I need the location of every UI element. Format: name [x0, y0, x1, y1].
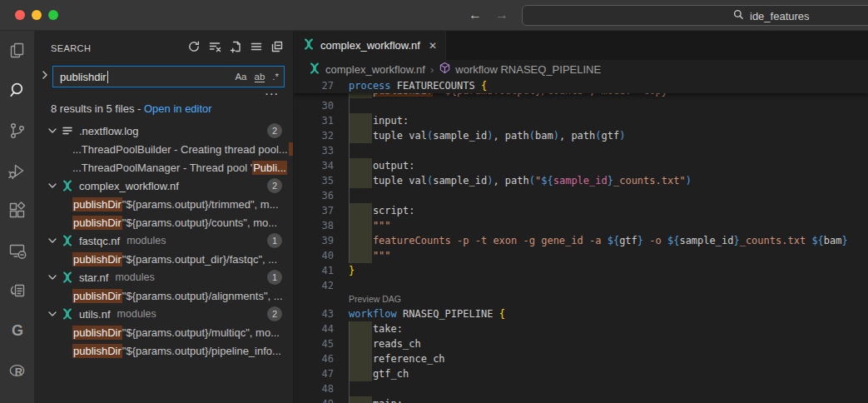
result-match-row[interactable]: publishDir "${params.output}/alignments"…: [34, 286, 293, 305]
file-path: modules: [117, 308, 156, 320]
result-match-row[interactable]: publishDir "${params.output_dir}/fastqc"…: [34, 250, 293, 268]
open-in-editor-link[interactable]: Open in editor: [144, 102, 212, 115]
collapse-all-button[interactable]: [270, 41, 285, 56]
activity-item-run-debug[interactable]: [0, 151, 34, 191]
zoom-window-button[interactable]: [48, 10, 58, 20]
command-center-query: ide_features: [750, 10, 810, 22]
clear-search-results-button[interactable]: [207, 41, 222, 56]
source-control-icon: [7, 121, 27, 141]
code-line[interactable]: 31 input:: [294, 113, 868, 128]
chevron-down-icon[interactable]: [46, 124, 61, 137]
result-match-row[interactable]: ...ThreadPoolBuilder - Creating thread p…: [34, 140, 293, 158]
code-line[interactable]: 42: [294, 278, 868, 293]
code-line[interactable]: 27process FEATURECOUNTS {: [294, 78, 868, 93]
code-line[interactable]: 37 script:: [294, 203, 868, 218]
activity-item-remote-explorer[interactable]: [0, 231, 34, 271]
code-editor[interactable]: 27process FEATURECOUNTS { publishDir "${…: [294, 78, 868, 403]
chevron-down-icon[interactable]: [46, 179, 61, 192]
activity-item-task-explorer[interactable]: [0, 271, 34, 311]
refresh-button[interactable]: [186, 41, 201, 56]
code-line[interactable]: 44 take:: [294, 321, 868, 336]
tab-label: complex_workflow.nf: [320, 39, 420, 52]
match-text-after: "${params.output}/counts", mo...: [122, 216, 277, 229]
breadcrumb-symbol[interactable]: workflow RNASEQ_PIPELINE: [439, 62, 601, 77]
code-line[interactable]: 47 gtf_ch: [294, 366, 868, 381]
match-highlight: publishDir: [72, 289, 122, 303]
tab-bar: complex_workflow.nf ✕: [294, 31, 868, 60]
search-input[interactable]: publishdir Aa ab .*: [52, 66, 285, 87]
activity-item-search[interactable]: [0, 71, 34, 111]
command-center-search[interactable]: ide_features: [522, 5, 868, 26]
svg-text:R: R: [14, 366, 22, 378]
activity-item-cloud[interactable]: [0, 391, 34, 403]
toggle-replace-button[interactable]: [39, 68, 51, 85]
line-number: 39: [294, 233, 334, 248]
result-match-row[interactable]: publishDir "${params.output}/pipeline_in…: [34, 341, 293, 360]
result-file-row[interactable]: utils.nfmodules2: [34, 305, 293, 323]
chevron-down-icon[interactable]: [46, 271, 61, 284]
toggle-search-details-button[interactable]: ···: [34, 87, 293, 101]
code-line[interactable]: 30: [294, 98, 868, 113]
chevron-down-icon[interactable]: [46, 307, 61, 321]
line-number: 30: [294, 98, 334, 113]
result-file-row[interactable]: .nextflow.log2: [34, 122, 293, 140]
clear-results-icon: [208, 40, 221, 57]
whole-word-button[interactable]: ab: [255, 72, 265, 82]
code-line[interactable]: 38 """: [294, 218, 868, 233]
use-regex-button[interactable]: .*: [272, 72, 279, 82]
result-file-row[interactable]: fastqc.nfmodules1: [34, 231, 293, 250]
codelens-preview-dag[interactable]: Preview DAG: [349, 291, 401, 306]
navigate-forward-button[interactable]: →: [495, 7, 508, 22]
result-match-row[interactable]: publishDir "${params.output}/trimmed", m…: [34, 195, 293, 213]
code-line[interactable]: 46 reference_ch: [294, 351, 868, 366]
activity-item-explorer[interactable]: [0, 31, 34, 71]
match-text-after: "${params.output}/multiqc", mo...: [122, 326, 280, 339]
code-line[interactable]: 32 tuple val(sample_id), path(bam), path…: [294, 128, 868, 143]
open-new-search-editor-button[interactable]: [228, 41, 243, 56]
breadcrumb-separator: ›: [430, 63, 434, 76]
code-line[interactable]: 48: [294, 381, 868, 396]
result-match-row[interactable]: publishDir "${params.output}/multiqc", m…: [34, 323, 293, 341]
sticky-scroll-line[interactable]: 27process FEATURECOUNTS {: [294, 78, 868, 93]
code-line[interactable]: 34 output:: [294, 158, 868, 173]
code-line[interactable]: 33: [294, 143, 868, 158]
vscode-window: ← → ide_features GR SEARCH publishd: [0, 0, 868, 403]
match-count-badge: 1: [267, 270, 282, 285]
activity-item-source-control[interactable]: [0, 111, 34, 151]
match-text-after: "${params.output_dir}/fastqc", ...: [122, 253, 277, 266]
activity-item-extensions[interactable]: [0, 191, 34, 231]
match-highlight: Publi...: [252, 161, 287, 175]
remote-icon: [7, 241, 27, 261]
activity-item-r-tools[interactable]: R: [0, 351, 34, 391]
code-line[interactable]: 36: [294, 188, 868, 203]
code-line[interactable]: 43workflow RNASEQ_PIPELINE {: [294, 306, 868, 321]
code-line[interactable]: 45 reads_ch: [294, 336, 868, 351]
close-tab-icon[interactable]: ✕: [429, 40, 437, 52]
code-line[interactable]: 41}: [294, 263, 868, 278]
code-line[interactable]: 49 main:: [294, 396, 868, 403]
close-window-button[interactable]: [15, 10, 25, 20]
result-file-row[interactable]: star.nfmodules1: [34, 268, 293, 286]
line-number: 46: [294, 351, 334, 366]
tab-complex-workflow[interactable]: complex_workflow.nf ✕: [294, 31, 446, 60]
chevron-down-icon[interactable]: [46, 234, 61, 247]
breadcrumb-file[interactable]: complex_workflow.nf: [308, 62, 425, 77]
minimize-window-button[interactable]: [32, 10, 42, 20]
result-match-row[interactable]: ...ThreadPoolManager - Thread pool 'Publ…: [34, 158, 293, 177]
result-match-row[interactable]: publishDir "${params.output}/counts", mo…: [34, 213, 293, 231]
svg-text:G: G: [11, 322, 22, 339]
activity-item-gitlens[interactable]: G: [0, 311, 34, 351]
line-number: 48: [294, 381, 334, 396]
code-line[interactable]: 35 tuple val(sample_id), path("${sample_…: [294, 173, 868, 188]
code-line[interactable]: 40 """: [294, 248, 868, 263]
code-line[interactable]: publishDir "${params.output}/counts", mo…: [294, 93, 868, 98]
match-case-button[interactable]: Aa: [235, 72, 246, 82]
line-number: 36: [294, 188, 334, 203]
match-count-badge: 2: [267, 178, 282, 193]
code-line[interactable]: 39 featureCounts -p -t exon -g gene_id -…: [294, 233, 868, 248]
activity-bar: GR: [0, 31, 34, 403]
result-file-row[interactable]: complex_workflow.nf2: [34, 177, 293, 195]
match-count-badge: 2: [267, 306, 282, 321]
view-as-list-button[interactable]: [249, 41, 264, 56]
navigate-back-button[interactable]: ←: [469, 7, 482, 22]
